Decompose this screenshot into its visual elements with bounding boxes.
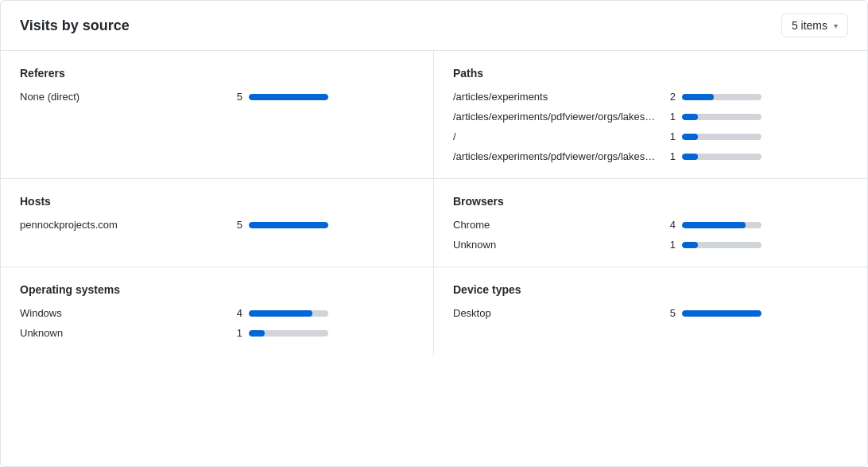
bar-container (682, 222, 761, 228)
items-dropdown-label: 5 items (792, 19, 827, 32)
bar-container (682, 310, 761, 317)
bar-fill (249, 330, 265, 337)
table-row: pennockprojects.com5 (20, 219, 414, 231)
row-label: /articles/experiments/pdfviewer/orgs/lak… (453, 111, 660, 123)
section-title-device-types: Device types (453, 283, 848, 296)
row-label: /articles/experiments/pdfviewer/orgs/lak… (453, 150, 660, 162)
section-title-paths: Paths (453, 67, 848, 80)
bar-fill (682, 242, 698, 248)
bar-fill (682, 222, 746, 228)
visits-by-source-widget: Visits by source 5 items ▾ ReferersNone … (0, 0, 868, 467)
table-row: Unknown1 (20, 327, 414, 339)
bar-fill (249, 94, 328, 100)
row-count: 4 (666, 219, 676, 231)
section-paths: Paths/articles/experiments2/articles/exp… (434, 51, 867, 179)
row-label: Windows (20, 307, 227, 319)
bar-container (249, 94, 328, 100)
row-label: / (453, 130, 660, 142)
row-label: Unknown (20, 327, 227, 339)
widget-header: Visits by source 5 items ▾ (1, 1, 867, 51)
table-row: Unknown1 (453, 239, 848, 251)
bar-fill (682, 114, 698, 120)
section-device-types: Device typesDesktop5 (434, 267, 867, 355)
bar-container (682, 94, 761, 100)
table-row: Windows4 (20, 307, 414, 319)
row-count: 1 (666, 130, 676, 142)
table-row: None (direct)5 (20, 91, 414, 103)
table-row: Chrome4 (453, 219, 848, 231)
row-count: 1 (666, 111, 676, 123)
row-count: 1 (666, 239, 676, 251)
items-dropdown[interactable]: 5 items ▾ (781, 14, 848, 37)
table-row: /articles/experiments/pdfviewer/orgs/lak… (453, 111, 848, 123)
table-row: /articles/experiments2 (453, 91, 848, 103)
row-label: Chrome (453, 219, 660, 231)
table-row: Desktop5 (453, 307, 848, 319)
section-title-referers: Referers (20, 67, 414, 80)
row-count: 4 (233, 307, 242, 319)
bar-container (682, 114, 761, 120)
row-count: 2 (666, 91, 676, 103)
row-label: /articles/experiments (453, 91, 660, 103)
row-label: None (direct) (20, 91, 227, 103)
bar-fill (249, 222, 328, 228)
widget-title: Visits by source (20, 18, 130, 34)
chevron-down-icon: ▾ (834, 21, 838, 30)
row-count: 5 (233, 91, 242, 103)
bar-fill (682, 94, 714, 100)
row-count: 1 (233, 327, 242, 339)
row-label: Unknown (453, 239, 660, 251)
row-count: 5 (233, 219, 242, 231)
bar-fill (249, 310, 312, 317)
bar-container (682, 154, 761, 160)
row-label: pennockprojects.com (20, 219, 227, 231)
table-row: /articles/experiments/pdfviewer/orgs/lak… (453, 150, 848, 162)
sections-grid: ReferersNone (direct)5Paths/articles/exp… (1, 51, 867, 355)
bar-container (249, 330, 328, 337)
section-title-browsers: Browsers (453, 195, 848, 208)
bar-container (249, 222, 328, 228)
section-title-operating-systems: Operating systems (20, 283, 414, 296)
section-hosts: Hostspennockprojects.com5 (1, 179, 434, 267)
section-browsers: BrowsersChrome4Unknown1 (434, 179, 867, 267)
bar-container (249, 310, 328, 317)
bar-container (682, 134, 761, 140)
row-label: Desktop (453, 307, 660, 319)
table-row: /1 (453, 130, 848, 142)
bar-fill (682, 154, 698, 160)
bar-fill (682, 310, 761, 317)
section-title-hosts: Hosts (20, 195, 414, 208)
section-operating-systems: Operating systemsWindows4Unknown1 (1, 267, 434, 355)
row-count: 1 (666, 150, 676, 162)
row-count: 5 (666, 307, 676, 319)
bar-fill (682, 134, 698, 140)
section-referers: ReferersNone (direct)5 (1, 51, 434, 179)
bar-container (682, 242, 761, 248)
